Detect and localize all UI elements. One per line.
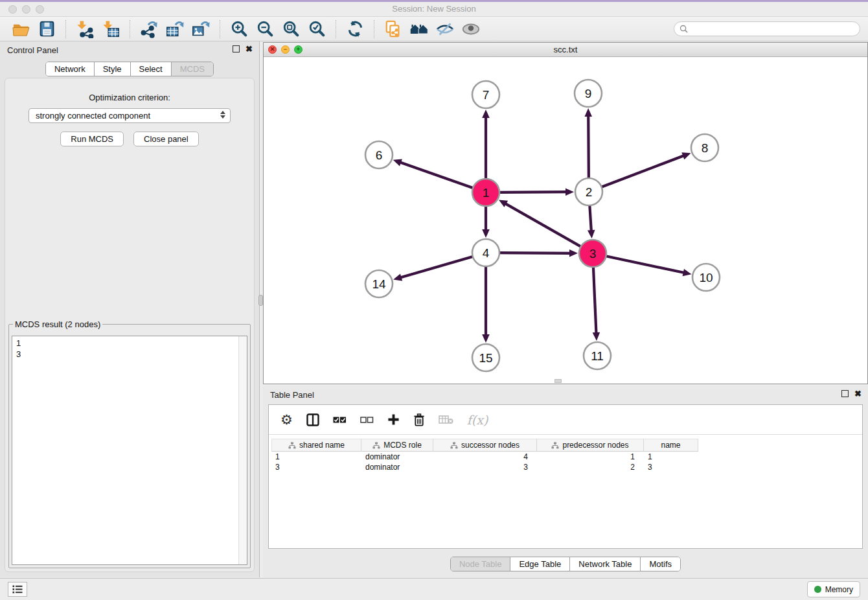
- edge-1-4[interactable]: [482, 207, 490, 238]
- graph-node-2[interactable]: 2: [575, 178, 602, 205]
- home-first-neighbors-button[interactable]: [406, 18, 432, 40]
- edge-4-15[interactable]: [482, 267, 490, 343]
- table-row[interactable]: 1dominator411: [271, 452, 860, 462]
- export-network-button[interactable]: [136, 18, 162, 40]
- show-columns-button[interactable]: [306, 413, 319, 426]
- table-tab-network-table[interactable]: Network Table: [569, 557, 640, 571]
- column-header-name[interactable]: name: [644, 439, 698, 452]
- close-window-button[interactable]: [8, 5, 17, 14]
- cell-name[interactable]: 1: [644, 452, 698, 462]
- close-table-panel-icon[interactable]: ✖: [854, 390, 862, 397]
- show-all-button[interactable]: [458, 18, 484, 40]
- network-zoom-button[interactable]: +: [294, 45, 303, 54]
- zoom-in-button[interactable]: [226, 18, 252, 40]
- edge-1-6[interactable]: [393, 159, 473, 187]
- float-panel-icon[interactable]: [233, 45, 240, 52]
- zoom-window-button[interactable]: [36, 5, 44, 14]
- search-input[interactable]: [688, 25, 860, 34]
- zoom-out-button[interactable]: [252, 18, 278, 40]
- tab-select[interactable]: Select: [130, 62, 171, 76]
- graph-node-10[interactable]: 10: [692, 264, 720, 291]
- network-from-clipboard-button[interactable]: [380, 18, 406, 40]
- edge-3-10[interactable]: [607, 257, 692, 277]
- table-tab-node-table[interactable]: Node Table: [451, 557, 510, 571]
- memory-button[interactable]: Memory: [807, 581, 860, 597]
- save-session-button[interactable]: [34, 18, 60, 40]
- network-canvas[interactable]: 7968124314101511: [264, 57, 867, 384]
- column-header-predecessor-nodes[interactable]: predecessor nodes: [537, 439, 644, 452]
- edge-3-11[interactable]: [593, 268, 600, 341]
- apply-layout-button[interactable]: [342, 18, 368, 40]
- run-mcds-button[interactable]: Run MCDS: [60, 132, 124, 146]
- deselect-all-button[interactable]: [360, 415, 374, 424]
- import-table-button[interactable]: [98, 18, 124, 40]
- table-tab-edge-table[interactable]: Edge Table: [510, 557, 569, 571]
- edge-4-14[interactable]: [393, 257, 472, 281]
- cell-successor-nodes[interactable]: 4: [433, 452, 537, 462]
- import-network-button[interactable]: [72, 18, 98, 40]
- window-traffic-lights[interactable]: [8, 5, 44, 14]
- cell-shared-name[interactable]: 1: [271, 452, 361, 462]
- import-table-icon: [102, 20, 120, 38]
- cell-name[interactable]: 3: [644, 462, 698, 472]
- edge-4-3[interactable]: [500, 249, 578, 257]
- graph-node-7[interactable]: 7: [472, 81, 499, 108]
- task-history-button[interactable]: [8, 582, 27, 597]
- panel-divider-handle[interactable]: [258, 295, 263, 306]
- close-panel-icon[interactable]: ✖: [246, 45, 253, 52]
- network-close-button[interactable]: ✕: [268, 45, 277, 54]
- table-options-button[interactable]: ⚙: [280, 413, 293, 426]
- graph-node-11[interactable]: 11: [584, 342, 611, 369]
- minimize-window-button[interactable]: [22, 5, 30, 14]
- edge-2-9[interactable]: [584, 108, 592, 178]
- edge-1-2[interactable]: [500, 188, 574, 196]
- delete-column-button[interactable]: [439, 415, 453, 424]
- open-session-button[interactable]: [8, 18, 34, 40]
- delete-entries-button[interactable]: [413, 413, 425, 426]
- graph-node-6[interactable]: 6: [365, 141, 393, 168]
- network-scroll-thumb[interactable]: [554, 379, 562, 383]
- edge-2-3[interactable]: [588, 206, 595, 238]
- mcds-result-box[interactable]: 1 3: [12, 336, 247, 565]
- select-all-button[interactable]: [333, 415, 347, 424]
- edge-2-8[interactable]: [602, 152, 691, 187]
- table-tab-motifs[interactable]: Motifs: [640, 557, 680, 571]
- graph-node-9[interactable]: 9: [575, 80, 602, 107]
- search-field[interactable]: [674, 21, 860, 36]
- cell-MCDS-role[interactable]: dominator: [361, 452, 433, 462]
- cell-successor-nodes[interactable]: 3: [433, 462, 537, 472]
- zoom-selected-button[interactable]: [304, 18, 330, 40]
- graph-node-8[interactable]: 8: [691, 134, 718, 161]
- tab-network[interactable]: Network: [46, 62, 94, 76]
- table-row[interactable]: 3dominator323: [271, 462, 860, 472]
- result-scrollbar[interactable]: [238, 336, 247, 564]
- tab-style[interactable]: Style: [94, 62, 130, 76]
- tab-mcds[interactable]: MCDS: [171, 62, 213, 76]
- edge-3-1[interactable]: [499, 200, 580, 246]
- network-graph[interactable]: 7968124314101511: [264, 57, 867, 384]
- edge-1-7[interactable]: [482, 110, 490, 178]
- network-minimize-button[interactable]: −: [281, 45, 290, 54]
- graph-node-1[interactable]: 1: [472, 179, 499, 206]
- cell-MCDS-role[interactable]: dominator: [361, 462, 433, 472]
- column-header-shared-name[interactable]: shared name: [271, 439, 361, 452]
- graph-node-3[interactable]: 3: [579, 240, 606, 267]
- close-panel-button[interactable]: Close panel: [133, 132, 199, 146]
- hide-selected-button[interactable]: [432, 18, 458, 40]
- add-row-button[interactable]: [387, 413, 400, 426]
- criterion-dropdown[interactable]: strongly connected component: [29, 108, 231, 123]
- column-header-MCDS-role[interactable]: MCDS role: [361, 439, 433, 452]
- graph-node-14[interactable]: 14: [365, 270, 393, 297]
- zoom-fit-button[interactable]: [278, 18, 304, 40]
- cell-predecessor-nodes[interactable]: 1: [537, 452, 644, 462]
- cell-shared-name[interactable]: 3: [271, 462, 361, 472]
- export-image-button[interactable]: [188, 18, 214, 40]
- cell-predecessor-nodes[interactable]: 2: [537, 462, 644, 472]
- graph-node-15[interactable]: 15: [472, 344, 499, 371]
- column-header-successor-nodes[interactable]: successor nodes: [433, 439, 537, 452]
- function-builder-button[interactable]: f(x): [467, 413, 488, 427]
- export-table-button[interactable]: [162, 18, 188, 40]
- network-window-titlebar[interactable]: ✕ − + scc.txt: [264, 43, 867, 57]
- graph-node-4[interactable]: 4: [472, 239, 499, 266]
- float-table-panel-icon[interactable]: [841, 390, 849, 397]
